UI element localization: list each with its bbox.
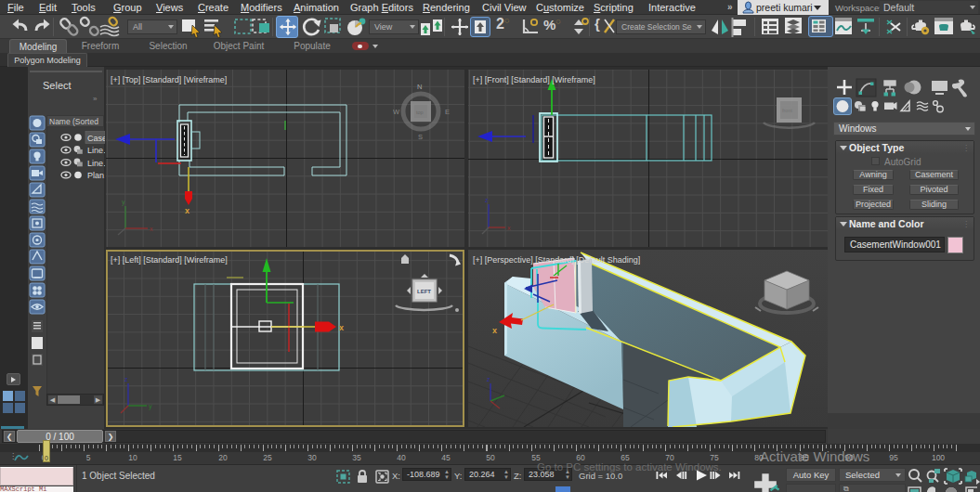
svg-text:z: z <box>124 376 128 382</box>
svg-text:z: z <box>487 376 490 382</box>
svg-text:x: x <box>185 206 189 215</box>
svg-text:Line…: Line… <box>87 146 105 155</box>
svg-text:Line…: Line… <box>87 159 105 168</box>
svg-text:x: x <box>507 225 511 231</box>
svg-text:W: W <box>393 108 400 116</box>
svg-text:N: N <box>417 83 422 91</box>
svg-text:Case: Case <box>87 134 105 143</box>
svg-text:front: front <box>782 108 792 113</box>
svg-text:x: x <box>150 226 153 232</box>
svg-text:z: z <box>485 197 489 203</box>
svg-text:E: E <box>445 108 450 116</box>
svg-text:S: S <box>418 133 423 141</box>
svg-text:y: y <box>122 199 125 206</box>
svg-text:Plan…: Plan… <box>87 171 105 180</box>
svg-text:top: top <box>416 110 424 115</box>
svg-text:y: y <box>149 403 152 410</box>
svg-text:LEFT: LEFT <box>417 289 431 294</box>
svg-text:x: x <box>492 326 497 335</box>
svg-text:x: x <box>339 323 344 332</box>
